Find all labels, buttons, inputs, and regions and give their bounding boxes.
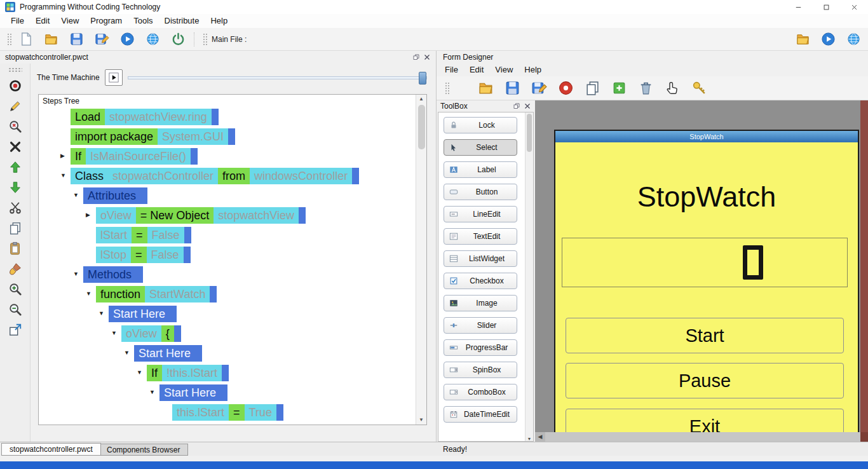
expand-arrow-icon[interactable]: ▶ xyxy=(86,212,90,218)
fd-menu-help[interactable]: Help xyxy=(519,63,547,77)
collapse-arrow-icon[interactable]: ▼ xyxy=(111,330,117,336)
tree-row[interactable]: LoadstopwatchView.ring xyxy=(40,109,415,125)
toolbar-right-update-globe-button[interactable] xyxy=(843,31,864,48)
side-paste-button[interactable] xyxy=(3,239,28,258)
collapse-arrow-icon[interactable]: ▼ xyxy=(73,193,79,198)
time-machine-slider[interactable] xyxy=(128,71,427,84)
toolbar-right-open-folder-button[interactable] xyxy=(792,31,813,48)
side-copy-button[interactable] xyxy=(3,219,28,238)
expand-arrow-icon[interactable]: ▶ xyxy=(60,153,65,159)
tree-row[interactable]: ▼Start Here xyxy=(40,345,415,362)
toolbox-item-combobox[interactable]: ComboBox xyxy=(444,384,517,400)
toolbox-item-textedit[interactable]: TextEdit xyxy=(444,228,517,245)
fd-copy-button[interactable] xyxy=(580,79,604,98)
fd-open-folder-button[interactable] xyxy=(473,79,498,98)
canvas-horizontal-scrollbar[interactable]: ◀ xyxy=(535,432,860,442)
fd-hand-pointer-button[interactable] xyxy=(660,79,684,98)
steps-tree-vertical-scrollbar[interactable]: ▲ ▼ xyxy=(416,95,426,425)
tree-row[interactable]: ▼ClassstopwatchControllerfromwindowsCont… xyxy=(40,168,415,184)
start-button[interactable]: Start xyxy=(566,318,844,353)
menu-help[interactable]: Help xyxy=(205,14,233,28)
collapse-arrow-icon[interactable]: ▼ xyxy=(149,390,155,395)
collapse-arrow-icon[interactable]: ▼ xyxy=(73,271,79,277)
toolbar-run-button[interactable] xyxy=(116,31,138,48)
scrollbar-thumb[interactable] xyxy=(527,114,532,152)
tree-row[interactable]: ▼functionStartWatch xyxy=(40,286,415,302)
fd-menu-edit[interactable]: Edit xyxy=(464,63,489,77)
tab-components-browser[interactable]: Components Browser xyxy=(98,444,188,456)
toolbox-item-spinbox[interactable]: SpinBox xyxy=(444,362,517,378)
toolbar-right-run-button[interactable] xyxy=(817,31,839,48)
toolbar-open-folder-button[interactable] xyxy=(40,31,62,48)
collapse-arrow-icon[interactable]: ▼ xyxy=(98,311,104,316)
fd-menu-view[interactable]: View xyxy=(489,63,519,77)
toolbox-item-label[interactable]: Label xyxy=(444,161,517,178)
scroll-down-arrow-icon[interactable]: ▼ xyxy=(527,437,532,441)
collapse-arrow-icon[interactable]: ▼ xyxy=(86,291,92,297)
tree-row[interactable]: ▼Methods xyxy=(40,266,415,283)
side-zoom-out-button[interactable] xyxy=(3,300,28,319)
toolbox-item-button[interactable]: Button xyxy=(444,184,517,200)
tree-row[interactable]: ▶oView= New ObjectstopwatchView xyxy=(40,207,415,224)
fd-key-button[interactable] xyxy=(687,79,711,98)
toolbar-new-file-button[interactable] xyxy=(15,31,36,48)
editor-restore-button[interactable] xyxy=(412,53,420,61)
toolbox-item-progressbar[interactable]: ProgressBar xyxy=(444,339,517,356)
toolbox-restore-button[interactable] xyxy=(513,102,520,110)
scroll-left-arrow-icon[interactable]: ◀ xyxy=(535,432,545,442)
menu-view[interactable]: View xyxy=(55,14,85,28)
collapse-arrow-icon[interactable]: ▼ xyxy=(137,370,142,376)
maximize-button[interactable] xyxy=(812,0,840,14)
stopwatch-form-window[interactable]: StopWatch StopWatch Start Pause Exit xyxy=(554,130,859,442)
toolbox-close-button[interactable] xyxy=(524,102,531,110)
tree-row[interactable]: ▶IfIsMainSourceFile() xyxy=(40,148,415,165)
toolbox-item-lock[interactable]: Lock xyxy=(444,117,517,133)
side-zoom-in-button[interactable] xyxy=(3,280,28,299)
toolbar-power-button[interactable] xyxy=(167,31,189,48)
menu-program[interactable]: Program xyxy=(85,14,128,28)
side-edit-pencil-button[interactable] xyxy=(3,97,28,116)
side-move-up-button[interactable] xyxy=(3,158,28,177)
toolbox-item-image[interactable]: Image xyxy=(444,295,517,311)
scroll-down-arrow-icon[interactable]: ▼ xyxy=(419,416,424,425)
collapse-arrow-icon[interactable]: ▼ xyxy=(60,173,66,179)
editor-close-button[interactable] xyxy=(423,53,431,61)
tree-row[interactable]: ▼If!this.lStart xyxy=(40,365,415,381)
tree-row[interactable]: lStop=False xyxy=(40,247,415,263)
tree-row[interactable]: import packageSystem.GUI xyxy=(40,128,415,145)
tree-row[interactable]: ▼Start Here xyxy=(40,384,415,401)
tab-stopwatchcontroller[interactable]: stopwatchcontroller.pwct xyxy=(1,443,101,456)
minimize-button[interactable] xyxy=(784,0,812,14)
menu-edit[interactable]: Edit xyxy=(30,14,55,28)
fd-save-as-button[interactable] xyxy=(527,79,551,98)
side-move-down-button[interactable] xyxy=(3,178,28,197)
toolbar-save-button[interactable] xyxy=(65,31,87,48)
tree-row[interactable]: this.lStart=True xyxy=(40,404,415,421)
time-machine-play-button[interactable] xyxy=(105,69,123,86)
fd-save-button[interactable] xyxy=(500,79,524,98)
fd-menu-file[interactable]: File xyxy=(439,63,464,77)
toolbox-item-listwidget[interactable]: ListWidget xyxy=(444,250,517,267)
side-target-button[interactable] xyxy=(3,76,28,95)
stopwatch-heading-label[interactable]: StopWatch xyxy=(555,180,858,214)
toolbox-item-datetimeedit[interactable]: DateTimeEdit xyxy=(444,406,517,423)
scroll-up-arrow-icon[interactable]: ▲ xyxy=(419,95,424,104)
toolbox-item-slider[interactable]: Slider xyxy=(444,317,517,334)
scrollbar-thumb[interactable] xyxy=(418,105,425,149)
collapse-arrow-icon[interactable]: ▼ xyxy=(124,350,130,356)
menu-file[interactable]: File xyxy=(5,14,30,28)
lcd-number-widget[interactable] xyxy=(562,238,848,287)
canvas-vertical-scrollbar[interactable] xyxy=(860,100,868,432)
time-machine-slider-handle[interactable] xyxy=(419,72,426,85)
toolbar-update-globe-button[interactable] xyxy=(142,31,163,48)
pause-button[interactable]: Pause xyxy=(566,363,844,398)
toolbox-item-lineedit[interactable]: LineEdit xyxy=(444,206,517,222)
fd-trash-button[interactable] xyxy=(634,79,658,98)
side-cut-button[interactable] xyxy=(3,198,28,217)
side-delete-x-button[interactable] xyxy=(3,137,28,156)
side-search-button[interactable] xyxy=(3,117,28,136)
stopwatch-form-titlebar[interactable]: StopWatch xyxy=(555,131,858,142)
tree-row[interactable]: ▼oView{ xyxy=(40,325,415,342)
fd-record-red-button[interactable] xyxy=(553,79,578,98)
close-button[interactable] xyxy=(840,0,868,14)
